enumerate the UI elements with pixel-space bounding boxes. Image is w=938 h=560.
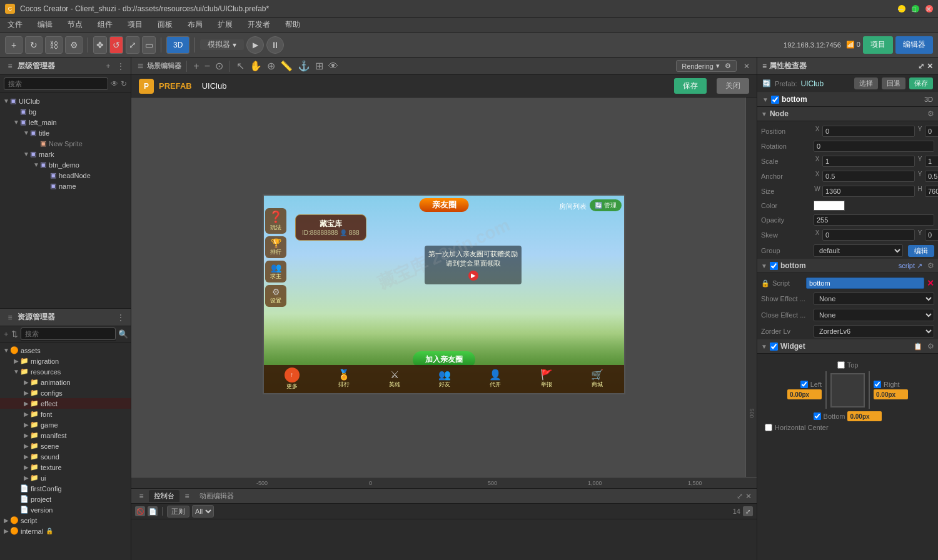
tree-node-newsprite[interactable]: ▣ New Sprite: [0, 138, 131, 149]
back-button[interactable]: 回退: [882, 78, 905, 89]
asset-arrow-resources[interactable]: ▼: [13, 368, 20, 376]
hierarchy-expand-icon[interactable]: ⋮: [116, 61, 126, 71]
asset-search-input[interactable]: [21, 328, 116, 340]
console-menu-icon[interactable]: ≡: [136, 491, 146, 501]
asset-node-texture[interactable]: ▶ 📁 texture: [0, 462, 131, 472]
widget-bottom-input[interactable]: [847, 411, 882, 421]
asset-arrow-migration[interactable]: ▶: [13, 358, 20, 365]
friend-btn[interactable]: 👥 好友: [438, 369, 451, 389]
log-filter-select[interactable]: All: [192, 505, 214, 518]
asset-node-game[interactable]: ▶ 📁 game: [0, 419, 131, 430]
group-select[interactable]: default: [814, 244, 903, 257]
hierarchy-menu-icon[interactable]: ≡: [5, 61, 15, 71]
3d-button[interactable]: 3D: [166, 36, 189, 54]
asset-expand-icon[interactable]: ⋮: [116, 312, 126, 322]
asset-node-resources[interactable]: ▼ 📁 resources: [0, 366, 131, 377]
script-delete-icon[interactable]: ✕: [927, 278, 934, 288]
scale-tool[interactable]: ⤢: [126, 36, 139, 54]
scene-select-icon[interactable]: ↖: [235, 60, 246, 72]
hierarchy-search-input[interactable]: [4, 78, 108, 90]
tree-node-mark[interactable]: ▼ ▣ mark: [0, 149, 131, 159]
scale-x-input[interactable]: [822, 156, 915, 167]
rect-tool[interactable]: ▭: [142, 36, 156, 54]
asset-arrow-game[interactable]: ▶: [23, 421, 30, 429]
scene-eye-icon[interactable]: 👁: [327, 61, 340, 72]
widget-copy-icon[interactable]: 📋: [914, 342, 922, 351]
asset-node-firstconfig[interactable]: 📄 firstConfig: [0, 483, 131, 494]
tree-node-uiclub[interactable]: ▼ ▣ UIClub: [0, 96, 131, 106]
link-button[interactable]: ⛓: [45, 36, 63, 54]
tree-node-name[interactable]: ▣ name: [0, 181, 131, 191]
asset-arrow-configs[interactable]: ▶: [23, 389, 30, 397]
zoom-in-button[interactable]: +: [192, 61, 200, 72]
asset-node-sound[interactable]: ▶ 📁 sound: [0, 451, 131, 462]
asset-node-internal[interactable]: ▶ 🟠 internal 🔒: [0, 526, 131, 536]
regex-button[interactable]: 正则: [167, 506, 189, 518]
scene-hand-icon[interactable]: ✋: [248, 60, 263, 72]
scene-close-icon[interactable]: ✕: [742, 61, 752, 71]
asset-node-font[interactable]: ▶ 📁 font: [0, 409, 131, 419]
widget-left-input[interactable]: [787, 389, 822, 399]
close-button[interactable]: ✕: [925, 5, 933, 12]
rank-btn-label[interactable]: 排行: [269, 248, 283, 256]
console-clear-icon[interactable]: 🚫: [135, 506, 145, 516]
tree-node-headnode[interactable]: ▣ headNode: [0, 170, 131, 181]
play-btn-label[interactable]: 玩法: [269, 224, 283, 232]
hierarchy-eye-icon[interactable]: 👁: [111, 79, 118, 88]
menu-extend[interactable]: 扩展: [215, 18, 235, 31]
opacity-input[interactable]: [814, 214, 934, 226]
inspector-close-icon[interactable]: ✕: [927, 62, 933, 71]
widget-enabled-checkbox[interactable]: [770, 342, 778, 351]
script-link[interactable]: script ↗: [899, 262, 922, 270]
asset-node-configs[interactable]: ▶ 📁 configs: [0, 388, 131, 398]
scale-y-input[interactable]: [925, 156, 938, 167]
project-button[interactable]: 项目: [863, 36, 893, 54]
maximize-button[interactable]: □: [912, 5, 919, 12]
widget-section-gear[interactable]: ⚙: [927, 342, 934, 351]
size-w-input[interactable]: [822, 186, 915, 197]
agent-btn[interactable]: 👤 代开: [489, 369, 502, 389]
scene-anchor-icon[interactable]: ⚓: [296, 60, 311, 72]
rotate-tool[interactable]: ↺: [109, 36, 123, 54]
rotation-input[interactable]: [814, 141, 934, 152]
node-section-gear[interactable]: ⚙: [927, 109, 934, 118]
prefab-close-button[interactable]: 关闭: [717, 78, 749, 94]
asset-arrow-manifest[interactable]: ▶: [23, 432, 30, 439]
asset-arrow-ui[interactable]: ▶: [23, 474, 30, 482]
inspector-menu-icon[interactable]: ≡: [762, 62, 767, 71]
anim-menu-icon[interactable]: ≡: [182, 491, 192, 501]
asset-arrow-script[interactable]: ▶: [3, 517, 10, 524]
scene-crosshair-icon[interactable]: ⊕: [266, 60, 276, 72]
level-btn[interactable]: 🚩 举报: [540, 369, 553, 389]
minimize-button[interactable]: ─: [898, 5, 905, 12]
pause-button[interactable]: ⏸: [266, 36, 284, 54]
bottom-enabled-checkbox[interactable]: [771, 96, 779, 104]
bottom-comp-checkbox[interactable]: [770, 262, 778, 270]
zorder-select[interactable]: ZorderLv6: [814, 325, 934, 338]
hierarchy-refresh-icon[interactable]: ↻: [121, 79, 127, 88]
play-button[interactable]: ▶: [246, 36, 264, 54]
asset-arrow-animation[interactable]: ▶: [23, 379, 30, 386]
script-input[interactable]: [806, 278, 924, 289]
menu-help[interactable]: 帮助: [283, 18, 303, 31]
asset-node-script[interactable]: ▶ 🟠 script: [0, 515, 131, 526]
asset-node-version[interactable]: 📄 version: [0, 504, 131, 515]
inspector-save-button[interactable]: 保存: [909, 78, 933, 89]
asset-node-scene[interactable]: ▶ 📁 scene: [0, 441, 131, 451]
zoom-out-button[interactable]: −: [203, 61, 211, 72]
skew-x-input[interactable]: [822, 229, 915, 241]
widget-top-checkbox[interactable]: [837, 361, 845, 369]
scene-grid-icon[interactable]: ⊞: [314, 60, 325, 72]
bottom-comp-gear[interactable]: ⚙: [927, 261, 934, 270]
settings-button[interactable]: ⚙: [65, 36, 83, 54]
asset-arrow-sound[interactable]: ▶: [23, 453, 30, 461]
asset-arrow-internal[interactable]: ▶: [3, 528, 10, 535]
shop-btn[interactable]: 🛒 商城: [591, 369, 603, 389]
hero-btn[interactable]: ⚔ 英雄: [389, 369, 400, 389]
refresh-button[interactable]: ↻: [25, 36, 43, 54]
add-node-button[interactable]: +: [5, 36, 23, 54]
move-tool[interactable]: ✥: [93, 36, 107, 54]
console-close-icon[interactable]: ✕: [745, 492, 752, 501]
asset-arrow-scene[interactable]: ▶: [23, 442, 30, 450]
node-section-header[interactable]: ▼ Node ⚙: [757, 107, 938, 121]
